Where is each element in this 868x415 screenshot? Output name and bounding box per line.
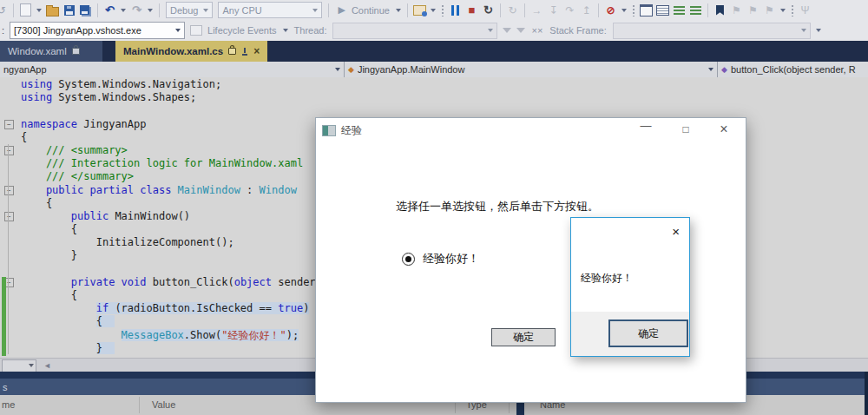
diagnostic-tools-icon[interactable] <box>412 3 427 17</box>
minimize-button[interactable]: — <box>638 119 654 132</box>
breakpoints-window-icon[interactable] <box>639 3 654 17</box>
lifecycle-events-dropdown[interactable]: Lifecycle Events <box>207 25 276 36</box>
column-value[interactable]: Value <box>152 399 175 410</box>
instruction-text: 选择任一单选按钮，然后单击下方按钮。 <box>396 199 599 214</box>
overflow-chevron-icon[interactable] <box>429 3 437 17</box>
save-all-icon[interactable] <box>78 3 93 17</box>
tab-window-xaml[interactable]: Window.xaml <box>0 41 102 62</box>
stack-frame-combo[interactable] <box>613 23 811 39</box>
radio-button-row[interactable]: 经验你好！ <box>402 251 479 267</box>
new-file-icon[interactable] <box>18 3 33 17</box>
separator <box>407 3 408 17</box>
member-value: button_Click(object sender, R <box>731 64 856 75</box>
show-next-statement-icon[interactable]: → <box>529 3 544 17</box>
separator <box>707 3 708 17</box>
chevron-down-icon <box>335 68 340 71</box>
thread-label: Thread: <box>294 25 327 36</box>
toggle-flagged-icon[interactable]: ×× <box>531 25 542 36</box>
filter-threads-icon[interactable] <box>503 28 511 37</box>
tab-spacer <box>102 41 115 62</box>
redo-icon[interactable]: ↷ <box>129 3 144 17</box>
continue-button[interactable]: Continue <box>352 5 390 16</box>
debug-location-toolbar: : [7300] JingyanApp.vshost.exe Lifecycle… <box>0 20 868 43</box>
prev-bookmark-icon[interactable]: ⚑ <box>729 3 744 17</box>
lifecycle-events-icon <box>190 25 202 36</box>
method-icon: ◆ <box>721 66 727 74</box>
tab-label: MainWindow.xaml.cs <box>123 46 223 56</box>
platform-combo[interactable]: Any CPU <box>218 2 322 18</box>
continue-caret-icon[interactable] <box>394 3 403 17</box>
close-button[interactable]: × <box>716 122 732 137</box>
process-label: : <box>2 25 4 36</box>
thread-combo[interactable] <box>332 23 497 39</box>
step-over-icon[interactable]: ↷ <box>562 3 577 17</box>
save-icon[interactable] <box>62 3 76 17</box>
decrease-indent-icon[interactable] <box>672 3 687 17</box>
standard-toolbar: ↺↶↷ Debug Any CPU ▶ Continue ■↻↻→↧↷↥⊘⚑⚑⚑… <box>0 0 868 20</box>
process-combo[interactable]: [7300] JingyanApp.vshost.exe <box>10 22 185 39</box>
scroll-left-icon[interactable]: ◄ <box>43 361 51 370</box>
next-bookmark-icon[interactable]: ⚑ <box>746 3 760 17</box>
open-file-icon[interactable] <box>45 3 60 17</box>
output-window-icon[interactable] <box>655 3 670 17</box>
fold-collapse-icon[interactable]: − <box>4 120 14 129</box>
fold-collapse-icon[interactable]: − <box>4 186 14 195</box>
grip-handle[interactable] <box>441 4 444 16</box>
navigate-backward-icon[interactable]: ↺ <box>0 3 9 17</box>
close-icon[interactable]: × <box>253 46 260 56</box>
lock-icon <box>228 48 236 55</box>
type-dropdown[interactable]: ◆ JingyanApp.MainWindow <box>345 62 718 77</box>
project-dropdown[interactable]: ngyanApp <box>0 62 345 77</box>
hex-display-icon[interactable]: ⊘ <box>603 3 618 17</box>
increase-indent-icon[interactable] <box>688 3 703 17</box>
close-icon[interactable]: × <box>672 225 680 238</box>
solution-config-combo[interactable]: Debug <box>166 2 213 18</box>
grip-handle[interactable] <box>632 4 635 16</box>
separator <box>328 3 329 17</box>
process-value: [7300] JingyanApp.vshost.exe <box>14 25 141 36</box>
fold-collapse-icon[interactable]: − <box>4 212 14 221</box>
undo-caret-icon[interactable] <box>119 3 128 17</box>
separator <box>97 3 98 17</box>
stop-debugging-icon[interactable]: ■ <box>464 3 479 17</box>
more-tools-icon[interactable]: Ψ <box>798 3 812 17</box>
indent-guide <box>8 144 9 354</box>
pin-icon[interactable] <box>241 48 248 56</box>
column-resizer[interactable] <box>139 397 140 413</box>
panel-title-fragment: s <box>3 382 8 392</box>
step-out-icon[interactable]: ↥ <box>579 3 594 17</box>
fold-collapse-icon[interactable]: − <box>4 146 14 155</box>
redo-caret-icon[interactable] <box>146 3 155 17</box>
separator <box>598 3 599 17</box>
overflow-chevron-icon[interactable] <box>814 23 823 38</box>
grip-handle[interactable] <box>791 4 794 16</box>
overflow-chevron-icon[interactable] <box>779 3 787 17</box>
project-value: ngyanApp <box>3 64 47 75</box>
wpf-window-title: 经验 <box>341 123 362 138</box>
zoom-level-combo[interactable] <box>2 359 36 372</box>
tab-mainwindow-xaml-cs[interactable]: MainWindow.xaml.cs × <box>115 41 267 62</box>
refresh-app-icon[interactable]: ↻ <box>505 3 520 17</box>
maximize-button[interactable]: □ <box>678 123 694 135</box>
restart-icon[interactable]: ↻ <box>481 3 496 17</box>
separator <box>500 3 501 17</box>
ok-button[interactable]: 确定 <box>491 328 556 346</box>
platform-value: Any CPU <box>222 5 261 16</box>
toggle-bookmark-icon[interactable] <box>713 3 727 17</box>
overflow-chevron-icon[interactable] <box>620 3 628 17</box>
member-dropdown[interactable]: ◆ button_Click(object sender, R <box>718 62 868 77</box>
step-into-icon[interactable]: ↧ <box>546 3 561 17</box>
filter-flagged-icon[interactable] <box>516 28 525 37</box>
code-line <box>0 104 868 117</box>
column-name-left[interactable]: me <box>2 399 15 410</box>
messagebox-text: 经验你好！ <box>581 271 633 286</box>
radio-selected-icon[interactable] <box>402 253 415 266</box>
new-file-caret-icon[interactable] <box>35 3 43 17</box>
break-all-icon[interactable] <box>448 3 463 17</box>
tab-label: Window.xaml <box>8 46 67 56</box>
undo-icon[interactable]: ↶ <box>102 3 117 17</box>
app-icon <box>322 125 336 136</box>
messagebox-ok-button[interactable]: 确定 <box>608 319 688 347</box>
clear-bookmarks-icon[interactable]: ⚑ <box>762 3 777 17</box>
editor-navigation-bar: ngyanApp ◆ JingyanApp.MainWindow ◆ butto… <box>0 62 868 78</box>
